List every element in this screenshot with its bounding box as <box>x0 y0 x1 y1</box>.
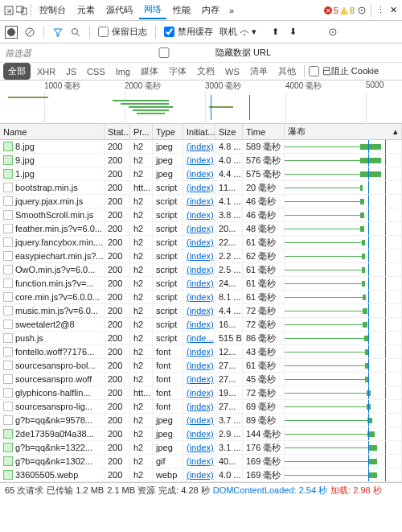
table-row[interactable]: 33605505.webp200h2webp(index)4.0 ...169 … <box>0 468 402 482</box>
table-row[interactable]: jquery.pjax.min.js200h2script(index)4.1 … <box>0 195 402 208</box>
blocked-cookies-checkbox[interactable]: 已阻止 Cookie <box>309 65 379 77</box>
type-img[interactable]: Img <box>112 65 134 78</box>
filter-input[interactable] <box>5 48 101 58</box>
table-row[interactable]: easypiechart.min.js?...200h2script(index… <box>0 250 402 263</box>
cell-initiator[interactable]: (index) <box>183 291 215 303</box>
tab-elements[interactable]: 元素 <box>72 2 100 19</box>
cell-initiator[interactable]: (index) <box>183 222 215 235</box>
cell-initiator[interactable]: (index) <box>183 208 215 221</box>
table-row[interactable]: g?b=qq&nk=9578...200h2jpeg(index)3.7 ...… <box>0 414 402 427</box>
table-row[interactable]: core.min.js?v=6.0.0...200h2script(index)… <box>0 291 402 304</box>
tab-network[interactable]: 网络 <box>139 1 166 19</box>
table-row[interactable]: sweetalert2@8200h2script(index)16...72 毫… <box>0 318 402 332</box>
table-row[interactable]: sourcesanspro-lig...200h2font(index)27..… <box>0 400 402 414</box>
cell-initiator[interactable]: (index) <box>183 304 215 317</box>
inspect-icon[interactable] <box>3 5 14 16</box>
tab-console[interactable]: 控制台 <box>35 2 71 19</box>
hdr-type[interactable]: Type <box>153 124 183 139</box>
type-js[interactable]: JS <box>62 65 80 78</box>
timeline-overview[interactable]: 1000 毫秒 2000 毫秒 3000 毫秒 4000 毫秒 5000 <box>0 80 402 124</box>
type-css[interactable]: CSS <box>83 65 109 78</box>
cell-initiator[interactable]: (index) <box>183 250 215 262</box>
table-row[interactable]: fontello.woff?7176...200h2font(index)12.… <box>0 345 402 359</box>
import-icon[interactable]: ⬆ <box>269 27 281 38</box>
cell-initiator[interactable]: (index) <box>183 263 215 276</box>
cell-initiator[interactable]: (index) <box>183 195 215 208</box>
type-media[interactable]: 媒体 <box>137 64 162 79</box>
cell-initiator[interactable]: (index) <box>183 318 215 331</box>
hdr-status[interactable]: Stat... <box>105 124 130 139</box>
table-row[interactable]: bootstrap.min.js200htt...script(index)11… <box>0 181 402 195</box>
hdr-size[interactable]: Size <box>215 124 243 139</box>
cell-time: 48 毫秒 <box>243 222 285 235</box>
cell-initiator[interactable]: (index) <box>183 140 215 153</box>
cell-initiator[interactable]: (index) <box>183 455 215 468</box>
hdr-protocol[interactable]: Pr... <box>130 124 153 139</box>
table-row[interactable]: 9.jpg200h2jpeg(index)4.0 ...576 毫秒 <box>0 154 402 167</box>
table-row[interactable]: function.min.js?v=...200h2script(index)2… <box>0 277 402 291</box>
table-row[interactable]: sourcesanspro-bol...200h2font(index)27..… <box>0 359 402 373</box>
table-row[interactable]: SmoothScroll.min.js200h2script(index)3.8… <box>0 208 402 222</box>
cell-initiator[interactable]: (inde... <box>183 332 215 344</box>
tab-sources[interactable]: 源代码 <box>101 2 137 19</box>
table-row[interactable]: music.min.js?v=6.0...200h2script(index)4… <box>0 304 402 318</box>
tab-memory[interactable]: 内存 <box>197 2 224 19</box>
preserve-log-checkbox[interactable]: 保留日志 <box>98 26 147 38</box>
cell-initiator[interactable]: (index) <box>183 373 215 386</box>
table-row[interactable]: feather.min.js?v=6.0...200h2script(index… <box>0 222 402 236</box>
close-icon[interactable]: ✕ <box>388 5 399 16</box>
table-row[interactable]: jquery.fancybox.min....200h2script(index… <box>0 236 402 250</box>
table-row[interactable]: 8.jpg200h2jpeg(index)4.8 ...589 毫秒 <box>0 140 402 154</box>
settings-icon[interactable] <box>356 5 367 16</box>
type-manifest[interactable]: 清单 <box>246 64 272 79</box>
cell-initiator[interactable]: (index) <box>183 468 215 481</box>
export-icon[interactable]: ⬇ <box>287 27 298 38</box>
hide-data-urls-checkbox[interactable]: 隐藏数据 URL <box>116 47 271 59</box>
table-row[interactable]: sourcesanspro.woff200h2font(index)27...4… <box>0 373 402 386</box>
cell-initiator[interactable]: (index) <box>183 345 215 358</box>
cell-initiator[interactable]: (index) <box>183 154 215 167</box>
table-row[interactable]: OwO.min.js?v=6.0...200h2script(index)2.5… <box>0 263 402 277</box>
throttle-select[interactable]: 联机 ▾ <box>219 26 256 38</box>
type-doc[interactable]: 文档 <box>193 64 219 79</box>
search-icon[interactable] <box>70 27 81 38</box>
type-ws[interactable]: WS <box>221 65 244 78</box>
cell-initiator[interactable]: (index) <box>183 400 215 413</box>
warning-count[interactable]: 8 <box>340 6 355 15</box>
more-tabs-icon[interactable]: » <box>226 5 237 16</box>
cell-initiator[interactable]: (index) <box>183 236 215 249</box>
hdr-waterfall[interactable]: 瀑布▴ <box>285 124 402 139</box>
disable-cache-checkbox[interactable]: 禁用缓存 <box>164 26 213 38</box>
hdr-initiator[interactable]: Initiat... <box>183 124 215 139</box>
cell-initiator[interactable]: (index) <box>183 427 215 440</box>
table-row[interactable]: 1.jpg200h2jpeg(index)4.4 ...575 毫秒 <box>0 167 402 181</box>
cell-type: script <box>153 263 183 276</box>
table-row[interactable]: push.js200h2script(inde...515 B86 毫秒 <box>0 332 402 345</box>
error-count[interactable]: ✕5 <box>324 6 338 15</box>
cell-initiator[interactable]: (index) <box>183 277 215 290</box>
cell-initiator[interactable]: (index) <box>183 359 215 372</box>
kebab-icon[interactable]: ⋮ <box>375 5 386 16</box>
cell-protocol: h2 <box>130 222 153 235</box>
cell-initiator[interactable]: (index) <box>183 441 215 454</box>
record-button[interactable] <box>5 26 18 39</box>
table-row[interactable]: glyphicons-halflin...200htt...font(index… <box>0 386 402 400</box>
cell-initiator[interactable]: (index) <box>183 386 215 399</box>
type-all[interactable]: 全部 <box>3 63 31 80</box>
settings-gear-icon[interactable] <box>327 27 338 38</box>
cell-initiator[interactable]: (index) <box>183 167 215 180</box>
table-row[interactable]: g?b=qq&nk=1322...200h2jpeg(index)3.1 ...… <box>0 441 402 455</box>
cell-initiator[interactable]: (index) <box>183 181 215 194</box>
type-xhr[interactable]: XHR <box>33 65 59 78</box>
table-row[interactable]: 2de17359a0f4a38...200h2jpeg(index)2.9 ..… <box>0 427 402 441</box>
tab-performance[interactable]: 性能 <box>168 2 195 19</box>
table-row[interactable]: g?b=qq&nk=1302...200h2gif(index)40...169… <box>0 455 402 468</box>
filter-icon[interactable] <box>52 27 64 38</box>
hdr-time[interactable]: Time <box>243 124 285 139</box>
hdr-name[interactable]: Name <box>0 124 105 139</box>
type-font[interactable]: 字体 <box>165 64 191 79</box>
type-other[interactable]: 其他 <box>274 64 300 79</box>
device-icon[interactable] <box>16 5 27 16</box>
clear-icon[interactable] <box>24 27 35 38</box>
cell-initiator[interactable]: (index) <box>183 414 215 427</box>
